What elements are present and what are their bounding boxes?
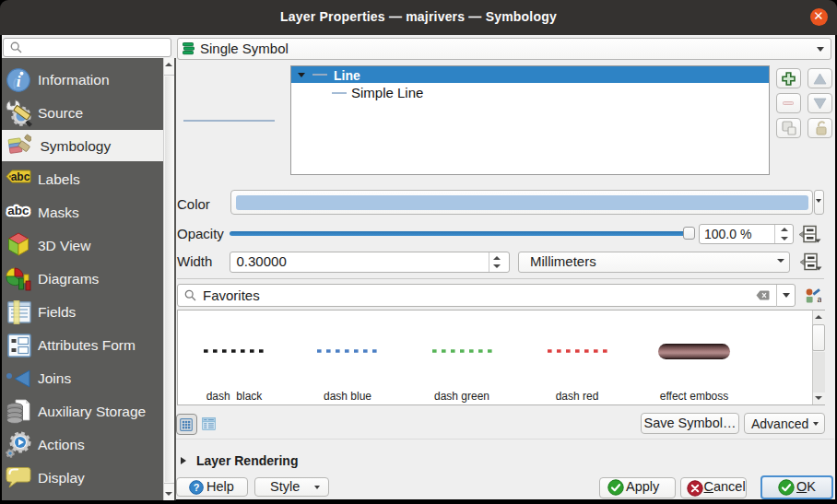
- svg-text:abc: abc: [7, 204, 29, 217]
- svg-text:abc: abc: [10, 170, 29, 183]
- svg-text:?: ?: [194, 482, 200, 493]
- svg-text:a: a: [818, 294, 822, 303]
- svg-text:i: i: [16, 73, 20, 90]
